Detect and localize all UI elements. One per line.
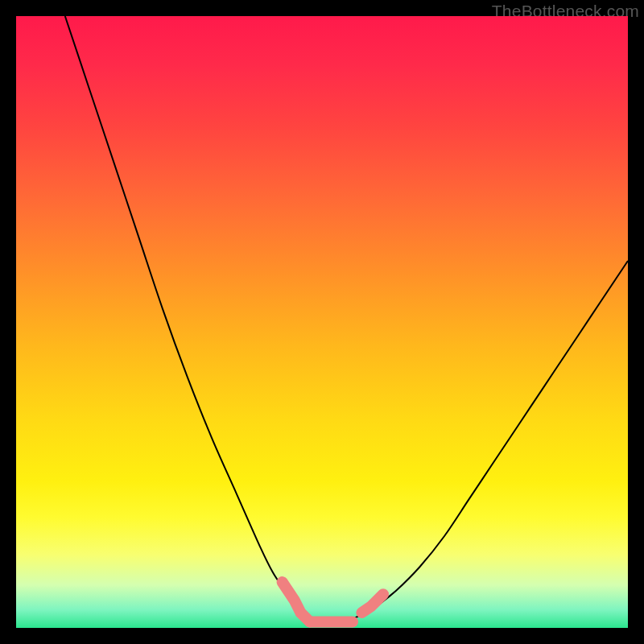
left-curve-path — [65, 16, 310, 621]
plot-area — [16, 16, 628, 628]
chart-frame: TheBottleneck.com — [0, 0, 644, 644]
curve-layer — [16, 16, 628, 628]
markers-left-path — [283, 582, 310, 621]
markers-right-path — [361, 594, 383, 613]
right-curve-path — [346, 261, 628, 621]
